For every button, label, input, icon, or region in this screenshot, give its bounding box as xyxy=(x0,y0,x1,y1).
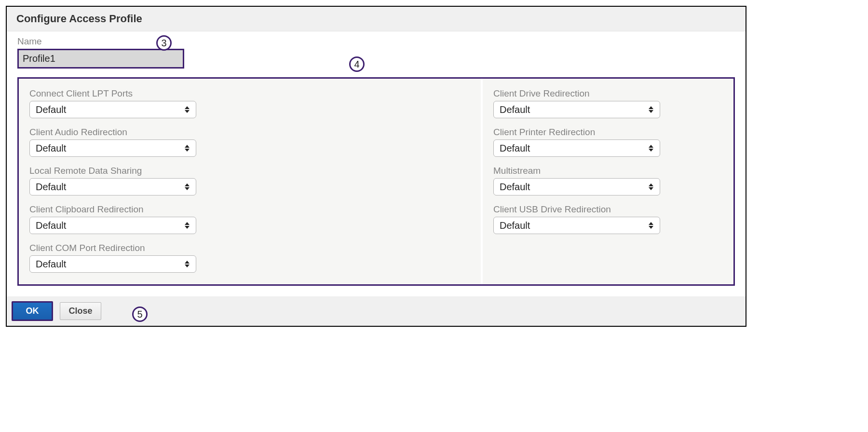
settings-left-column: Connect Client LPT Ports Default Client … xyxy=(19,79,483,284)
callout-4: 4 xyxy=(349,56,365,72)
field-client-clipboard-redirection: Client Clipboard Redirection Default xyxy=(29,204,470,234)
dialog-footer: OK Close xyxy=(7,296,746,326)
label-client-printer-redirection: Client Printer Redirection xyxy=(493,127,723,138)
callout-5: 5 xyxy=(132,307,148,322)
label-client-com-port-redirection: Client COM Port Redirection xyxy=(29,243,470,253)
select-client-usb-drive-redirection[interactable]: Default xyxy=(493,217,660,234)
select-client-audio-redirection[interactable]: Default xyxy=(29,139,196,157)
select-connect-client-lpt-ports[interactable]: Default xyxy=(29,101,196,118)
name-label: Name xyxy=(17,36,42,47)
settings-panel: Connect Client LPT Ports Default Client … xyxy=(17,77,735,286)
select-multistream[interactable]: Default xyxy=(493,178,660,195)
label-connect-client-lpt-ports: Connect Client LPT Ports xyxy=(29,88,470,99)
field-client-printer-redirection: Client Printer Redirection Default xyxy=(493,127,723,157)
dialog-body: Name 3 4 Connect Client LPT Ports Defaul… xyxy=(7,31,746,296)
label-client-usb-drive-redirection: Client USB Drive Redirection xyxy=(493,204,723,215)
name-block: Name 3 xyxy=(17,36,184,69)
callout-3: 3 xyxy=(156,35,172,51)
field-client-audio-redirection: Client Audio Redirection Default xyxy=(29,127,470,157)
field-connect-client-lpt-ports: Connect Client LPT Ports Default xyxy=(29,88,470,118)
select-client-printer-redirection[interactable]: Default xyxy=(493,139,660,157)
select-local-remote-data-sharing[interactable]: Default xyxy=(29,178,196,195)
label-multistream: Multistream xyxy=(493,166,723,176)
close-button[interactable]: Close xyxy=(60,302,101,320)
select-client-drive-redirection[interactable]: Default xyxy=(493,101,660,118)
field-multistream: Multistream Default xyxy=(493,166,723,195)
field-local-remote-data-sharing: Local Remote Data Sharing Default xyxy=(29,166,470,195)
label-client-clipboard-redirection: Client Clipboard Redirection xyxy=(29,204,470,215)
ok-button[interactable]: OK xyxy=(12,301,53,321)
field-client-drive-redirection: Client Drive Redirection Default xyxy=(493,88,723,118)
label-client-drive-redirection: Client Drive Redirection xyxy=(493,88,723,99)
field-client-usb-drive-redirection: Client USB Drive Redirection Default xyxy=(493,204,723,234)
dialog-header: Configure Access Profile xyxy=(7,7,746,31)
configure-access-profile-dialog: Configure Access Profile Name 3 4 Connec… xyxy=(6,6,746,327)
dialog-title: Configure Access Profile xyxy=(16,13,736,25)
footer-wrap: OK Close 5 xyxy=(7,296,746,326)
label-client-audio-redirection: Client Audio Redirection xyxy=(29,127,470,138)
settings-right-column: Client Drive Redirection Default Client … xyxy=(483,79,733,284)
name-input[interactable] xyxy=(17,49,184,69)
select-client-com-port-redirection[interactable]: Default xyxy=(29,255,196,273)
field-client-com-port-redirection: Client COM Port Redirection Default xyxy=(29,243,470,273)
select-client-clipboard-redirection[interactable]: Default xyxy=(29,217,196,234)
label-local-remote-data-sharing: Local Remote Data Sharing xyxy=(29,166,470,176)
